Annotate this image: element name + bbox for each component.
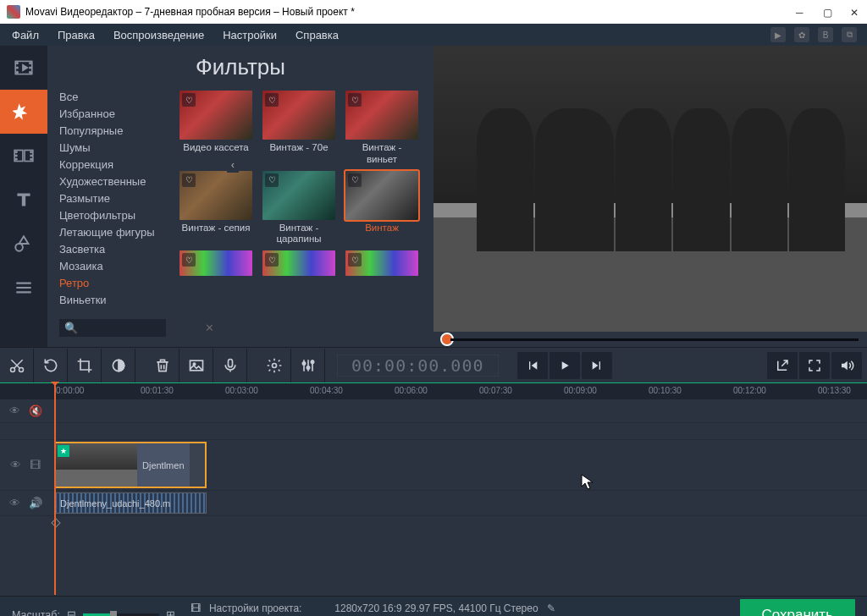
- preview-panel: [434, 46, 867, 347]
- fcat-all[interactable]: Все: [59, 89, 166, 105]
- svg-point-14: [30, 159, 31, 160]
- fcat-correction[interactable]: Коррекция: [59, 157, 166, 173]
- tab-titles[interactable]: [0, 178, 47, 222]
- fcat-popular[interactable]: Популярные: [59, 123, 166, 139]
- zoom-slider[interactable]: [83, 613, 159, 617]
- statusbar: Масштаб: ⊟ ⊞ 🎞Настройки проекта: Длитель…: [0, 596, 867, 616]
- settings-button[interactable]: [257, 349, 291, 382]
- fcat-noise[interactable]: Шумы: [59, 140, 166, 156]
- filters-title: Фильтры: [47, 46, 434, 85]
- image-button[interactable]: [179, 349, 213, 382]
- toolbar: 00:00:00.000: [0, 347, 867, 382]
- favorite-icon[interactable]: ♡: [348, 253, 362, 267]
- svg-point-22: [272, 363, 276, 367]
- filter-item[interactable]: ♡Винтаж: [345, 171, 418, 246]
- svg-point-6: [30, 72, 31, 74]
- filter-search[interactable]: 🔍 ✕: [59, 319, 166, 337]
- tab-transitions[interactable]: [0, 134, 47, 178]
- menu-edit[interactable]: Правка: [58, 29, 95, 41]
- favorite-icon[interactable]: ♡: [182, 173, 196, 187]
- color-button[interactable]: [102, 349, 135, 382]
- scrub-bar[interactable]: [434, 332, 867, 347]
- cut-button[interactable]: [0, 349, 34, 382]
- play-button[interactable]: [549, 352, 580, 379]
- audio-clip[interactable]: Djentlmeny_udachi_480.m: [54, 492, 207, 514]
- edit-icon[interactable]: ✎: [547, 602, 555, 614]
- favorite-icon[interactable]: ♡: [265, 173, 279, 187]
- favorite-icon[interactable]: ♡: [182, 93, 196, 107]
- favorite-icon[interactable]: ♡: [182, 253, 196, 267]
- favorite-icon[interactable]: ♡: [265, 93, 279, 107]
- tab-media[interactable]: [0, 46, 47, 90]
- ok-icon[interactable]: ✿: [794, 27, 809, 42]
- share-icon[interactable]: ⧉: [842, 27, 857, 42]
- menu-help[interactable]: Справка: [295, 29, 339, 41]
- fcat-blur[interactable]: Размытие: [59, 190, 166, 206]
- filter-item[interactable]: ♡Винтаж - сепия: [179, 171, 252, 246]
- fcat-flying[interactable]: Летающие фигуры: [59, 224, 166, 240]
- fcat-retro[interactable]: Ретро: [59, 275, 166, 291]
- zoom-label: Масштаб:: [12, 609, 60, 617]
- favorite-icon[interactable]: ♡: [348, 93, 362, 107]
- video-preview[interactable]: [434, 46, 867, 332]
- youtube-icon[interactable]: ▶: [770, 27, 786, 42]
- playhead-line[interactable]: [54, 383, 56, 595]
- keyframe-icon[interactable]: [51, 518, 60, 527]
- menu-file[interactable]: Файл: [12, 29, 39, 41]
- rotate-button[interactable]: [34, 349, 68, 382]
- svg-point-11: [16, 159, 17, 160]
- eye-icon[interactable]: 👁: [9, 404, 20, 417]
- crop-button[interactable]: [68, 349, 102, 382]
- tab-shapes[interactable]: [0, 222, 47, 266]
- volume-button[interactable]: [831, 352, 862, 379]
- menu-playback[interactable]: Воспроизведение: [113, 29, 204, 41]
- filter-item[interactable]: ♡: [345, 250, 418, 276]
- film-icon: 🎞: [191, 602, 201, 614]
- filter-item[interactable]: ♡Видео кассета: [179, 91, 252, 166]
- menu-settings[interactable]: Настройки: [223, 29, 277, 41]
- filter-item[interactable]: ♡Винтаж - царапины: [262, 171, 335, 246]
- next-button[interactable]: [582, 352, 612, 379]
- speaker-icon[interactable]: 🔊: [29, 497, 42, 509]
- zoom-in-icon[interactable]: ⊞: [166, 608, 175, 616]
- mic-button[interactable]: [213, 349, 247, 382]
- fcat-vignette[interactable]: Виньетки: [59, 292, 166, 308]
- fcat-artistic[interactable]: Художественные: [59, 173, 166, 190]
- save-button[interactable]: Сохранить: [740, 599, 855, 617]
- fcat-mosaic[interactable]: Мозаика: [59, 258, 166, 274]
- favorite-icon[interactable]: ♡: [265, 253, 279, 267]
- filter-item[interactable]: ♡: [179, 250, 252, 276]
- equalizer-button[interactable]: [291, 349, 325, 382]
- prev-button[interactable]: [517, 352, 548, 379]
- filter-item[interactable]: ♡Винтаж - 70е: [262, 91, 335, 166]
- titlebar: Movavi Видеоредактор – 7-дневная пробная…: [0, 0, 867, 24]
- fullscreen-button[interactable]: [799, 352, 830, 379]
- minimize-button[interactable]: ─: [796, 7, 806, 17]
- mute-icon[interactable]: 🔇: [29, 404, 42, 417]
- maximize-button[interactable]: ▢: [823, 7, 833, 17]
- fcat-light[interactable]: Засветка: [59, 241, 166, 257]
- tab-filters[interactable]: [0, 90, 47, 134]
- collapse-categories-button[interactable]: ‹: [227, 156, 239, 173]
- filters-panel: Фильтры Все Избранное Популярные Шумы Ко…: [47, 46, 434, 347]
- zoom-out-icon[interactable]: ⊟: [67, 608, 76, 616]
- video-clip[interactable]: ★ Djentlmen: [54, 442, 207, 488]
- fcat-favorites[interactable]: Избранное: [59, 106, 166, 122]
- tab-more[interactable]: [0, 266, 47, 310]
- svg-point-24: [306, 366, 309, 368]
- filter-grid: ♡Видео кассета ♡Винтаж - 70е ♡Винтаж - в…: [176, 85, 434, 347]
- clip-label: Djentlmen: [137, 443, 190, 487]
- time-ruler[interactable]: 0:00:00 00:01:30 00:03:00 00:04:30 00:06…: [0, 382, 867, 399]
- svg-point-23: [302, 361, 305, 364]
- eye-icon[interactable]: 👁: [9, 497, 20, 509]
- vk-icon[interactable]: B: [818, 27, 833, 42]
- fcat-colorfilters[interactable]: Цветофильтры: [59, 207, 166, 223]
- delete-button[interactable]: [146, 349, 179, 382]
- filter-item[interactable]: ♡: [262, 250, 335, 276]
- svg-point-5: [30, 67, 31, 69]
- eye-icon[interactable]: 👁: [10, 459, 21, 471]
- filter-item[interactable]: ♡Винтаж - виньет: [345, 91, 418, 166]
- favorite-icon[interactable]: ♡: [348, 173, 362, 187]
- close-button[interactable]: ✕: [850, 7, 860, 17]
- export-button[interactable]: [767, 352, 798, 379]
